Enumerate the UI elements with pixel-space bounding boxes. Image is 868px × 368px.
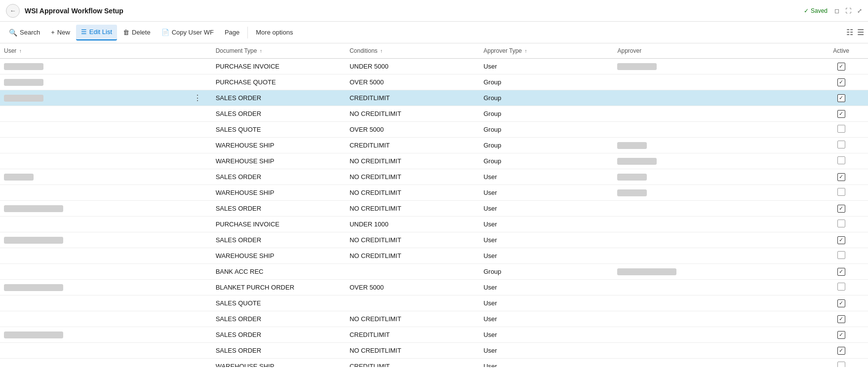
- cell-user: [0, 248, 188, 264]
- cell-active[interactable]: [814, 264, 868, 280]
- cell-approver: [613, 311, 814, 327]
- cell-drag: ⋮: [188, 90, 212, 106]
- delete-button[interactable]: 🗑 Delete: [118, 25, 156, 40]
- table-row[interactable]: SALES QUOTEUser: [0, 295, 868, 311]
- table-row[interactable]: WAREHOUSE SHIPNO CREDITLIMITUser: [0, 185, 868, 201]
- col-header-doctype[interactable]: Document Type ↑: [212, 43, 346, 59]
- cell-active[interactable]: [814, 248, 868, 264]
- cell-drag: [188, 169, 212, 185]
- cell-active[interactable]: [814, 359, 868, 368]
- cell-active[interactable]: [814, 138, 868, 153]
- checkbox-unchecked[interactable]: [837, 220, 845, 227]
- col-header-user[interactable]: User ↑: [0, 43, 188, 59]
- cell-conditions: [346, 264, 479, 280]
- resize-icon[interactable]: ⛶: [845, 7, 851, 14]
- checkbox-checked[interactable]: [837, 236, 845, 244]
- cell-drag: [188, 280, 212, 295]
- cell-active[interactable]: [814, 122, 868, 138]
- cell-active[interactable]: [814, 74, 868, 90]
- table-row[interactable]: BLANKET PURCH ORDEROVER 5000User: [0, 280, 868, 295]
- table-row[interactable]: SALES ORDERNO CREDITLIMITUser: [0, 232, 868, 248]
- new-button[interactable]: + New: [46, 25, 75, 40]
- cell-active[interactable]: [814, 280, 868, 295]
- title-bar-left: ← WSI Approval Workflow Setup: [6, 4, 123, 18]
- table-row[interactable]: SALES ORDERNO CREDITLIMITUser: [0, 311, 868, 327]
- checkbox-checked[interactable]: [837, 347, 845, 355]
- checkbox-checked[interactable]: [837, 331, 845, 339]
- table-row[interactable]: SALES QUOTEOVER 5000Group: [0, 122, 868, 138]
- columns-icon[interactable]: ☰: [857, 28, 864, 37]
- table-row[interactable]: WAREHOUSE SHIPCREDITLIMITGroup: [0, 138, 868, 153]
- cell-active[interactable]: [814, 59, 868, 74]
- cell-active[interactable]: [814, 201, 868, 217]
- cell-user: [0, 327, 188, 343]
- col-header-approver[interactable]: Approver: [613, 43, 814, 59]
- cell-active[interactable]: [814, 311, 868, 327]
- copy-user-wf-button[interactable]: 📄 Copy User WF: [157, 25, 219, 40]
- table-row[interactable]: SALES ORDERCREDITLIMITUser: [0, 327, 868, 343]
- table-row[interactable]: WAREHOUSE SHIPCREDITLIMITUser: [0, 359, 868, 368]
- row-menu-icon[interactable]: ⋮: [192, 94, 203, 102]
- cell-approver: [613, 295, 814, 311]
- col-header-approvertype[interactable]: Approver Type ↑: [479, 43, 613, 59]
- table-row[interactable]: PURCHASE INVOICEUNDER 1000User: [0, 217, 868, 232]
- edit-list-button[interactable]: ☰ Edit List: [76, 25, 117, 40]
- page-button[interactable]: Page: [220, 25, 244, 40]
- cell-active[interactable]: [814, 169, 868, 185]
- cell-active[interactable]: [814, 295, 868, 311]
- cell-approver: [613, 343, 814, 359]
- search-button[interactable]: 🔍 Search: [4, 25, 45, 40]
- checkbox-unchecked[interactable]: [837, 188, 845, 196]
- table-row[interactable]: WAREHOUSE SHIPNO CREDITLIMITUser: [0, 248, 868, 264]
- checkbox-unchecked[interactable]: [837, 125, 845, 133]
- filter-icon[interactable]: ☷: [846, 28, 853, 37]
- more-options-button[interactable]: More options: [251, 25, 298, 40]
- checkbox-checked[interactable]: [837, 315, 845, 323]
- cell-active[interactable]: [814, 327, 868, 343]
- table-row[interactable]: SALES ORDERNO CREDITLIMITUser: [0, 169, 868, 185]
- cell-active[interactable]: [814, 106, 868, 122]
- cell-active[interactable]: [814, 185, 868, 201]
- cell-active[interactable]: [814, 343, 868, 359]
- checkbox-unchecked[interactable]: [837, 251, 845, 259]
- checkbox-checked[interactable]: [837, 299, 845, 307]
- table-row[interactable]: ⋮SALES ORDERCREDITLIMITGroup: [0, 90, 868, 106]
- table-row[interactable]: SALES ORDERNO CREDITLIMITUser: [0, 343, 868, 359]
- cell-active[interactable]: [814, 232, 868, 248]
- table-row[interactable]: BANK ACC RECGroup: [0, 264, 868, 280]
- table-row[interactable]: WAREHOUSE SHIPNO CREDITLIMITGroup: [0, 153, 868, 169]
- bookmark-icon[interactable]: ◻: [834, 7, 839, 14]
- checkbox-checked[interactable]: [837, 78, 845, 86]
- checkbox-unchecked[interactable]: [837, 283, 845, 291]
- cell-doctype: SALES QUOTE: [212, 122, 346, 138]
- checkbox-unchecked[interactable]: [837, 156, 845, 164]
- col-header-active[interactable]: Active: [814, 43, 868, 59]
- saved-indicator: ✓ Saved: [804, 7, 828, 14]
- cell-active[interactable]: [814, 217, 868, 232]
- cell-doctype: WAREHOUSE SHIP: [212, 138, 346, 153]
- maximize-icon[interactable]: ⤢: [857, 7, 862, 14]
- checkbox-unchecked[interactable]: [837, 362, 845, 367]
- cell-doctype: BANK ACC REC: [212, 264, 346, 280]
- checkbox-checked[interactable]: [837, 94, 845, 102]
- cell-active[interactable]: [814, 153, 868, 169]
- cell-doctype: SALES ORDER: [212, 201, 346, 217]
- table-row[interactable]: SALES ORDERNO CREDITLIMITUser: [0, 201, 868, 217]
- cell-conditions: UNDER 1000: [346, 217, 479, 232]
- col-header-drag: [188, 43, 212, 59]
- checkbox-checked[interactable]: [837, 173, 845, 181]
- approver-blurred: [617, 189, 647, 196]
- cell-conditions: CREDITLIMIT: [346, 90, 479, 106]
- user-blurred: [4, 63, 43, 70]
- col-header-conditions[interactable]: Conditions ↑: [346, 43, 479, 59]
- table-row[interactable]: PURCHASE QUOTEOVER 5000Group: [0, 74, 868, 90]
- checkbox-unchecked[interactable]: [837, 141, 845, 148]
- checkbox-checked[interactable]: [837, 110, 845, 118]
- cell-active[interactable]: [814, 90, 868, 106]
- checkbox-checked[interactable]: [837, 268, 845, 276]
- checkbox-checked[interactable]: [837, 63, 845, 71]
- checkbox-checked[interactable]: [837, 205, 845, 213]
- table-row[interactable]: SALES ORDERNO CREDITLIMITGroup: [0, 106, 868, 122]
- back-button[interactable]: ←: [6, 4, 20, 18]
- table-row[interactable]: PURCHASE INVOICEUNDER 5000User: [0, 59, 868, 74]
